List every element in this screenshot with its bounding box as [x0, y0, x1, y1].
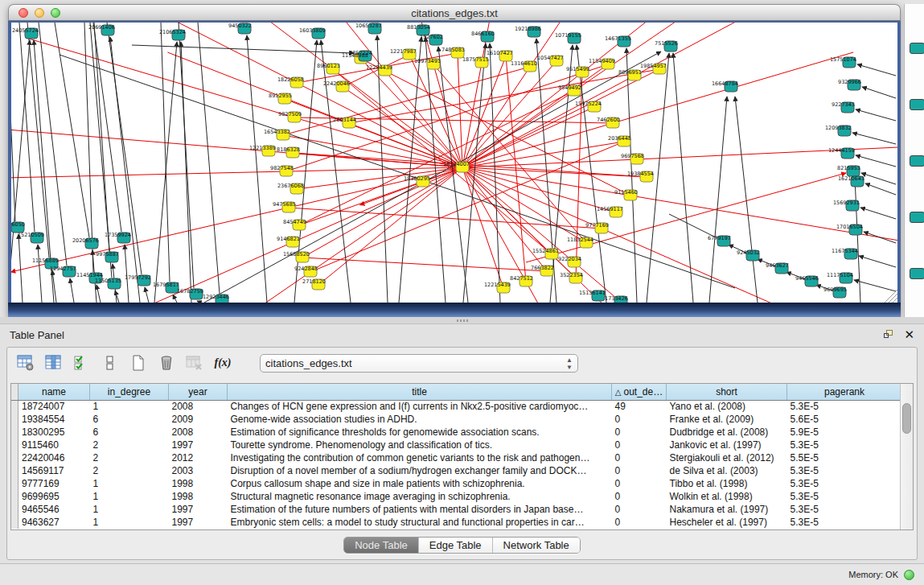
graph-edge[interactable] — [93, 23, 121, 232]
network-canvas[interactable]: 1872400718226058891295598275091654338212… — [11, 23, 897, 303]
graph-edge[interactable] — [299, 91, 574, 225]
splitter-grip[interactable] — [457, 319, 468, 322]
delete-column-icon[interactable] — [156, 352, 177, 373]
graph-node-label: 20206576 — [72, 237, 99, 244]
table-row[interactable]: 977716911998Corpus callosum shape and si… — [11, 477, 902, 490]
table-row[interactable]: 1938455462009Genome-wide association stu… — [11, 413, 902, 426]
graph-node-label: 19384554 — [627, 171, 654, 177]
column-header-title[interactable]: title — [228, 384, 612, 400]
graph-edge[interactable] — [302, 257, 547, 271]
graph-edge[interactable] — [889, 294, 897, 303]
graph-edge[interactable] — [399, 37, 421, 303]
graph-edge[interactable] — [18, 234, 23, 303]
graph-edge[interactable] — [11, 126, 269, 151]
window-titlebar[interactable]: citations_edges.txt — [8, 4, 901, 21]
graph-edge[interactable] — [70, 278, 74, 303]
graph-node-label: 9697568 — [621, 153, 644, 159]
graph-edge[interactable] — [125, 245, 129, 303]
graph-edge[interactable] — [289, 167, 462, 208]
graph-edge[interactable] — [38, 245, 42, 303]
graph-edge[interactable] — [68, 272, 310, 303]
graph-edge[interactable] — [856, 155, 896, 167]
desktop: citations_edges.txt 18724007182260588912… — [0, 0, 924, 585]
graph-edge[interactable] — [854, 280, 896, 291]
table-cell: Franke et al. (2009) — [667, 413, 787, 426]
graph-edge[interactable] — [247, 35, 267, 303]
tab-edge-table[interactable]: Edge Table — [418, 538, 492, 553]
table-cell: 6 — [90, 413, 169, 426]
graph-edge[interactable] — [856, 109, 896, 121]
background-graph-node — [910, 212, 924, 223]
table-row[interactable]: 946554611997Estimation of the future num… — [11, 503, 902, 516]
graph-edge[interactable] — [462, 167, 602, 229]
table-row[interactable]: 1830029562008Estimation of significance … — [11, 426, 902, 439]
graph-node-label: 15975224 — [575, 101, 602, 107]
graph-edge[interactable] — [462, 167, 547, 271]
table-row[interactable]: 969969511998Structural magnetic resonanc… — [11, 490, 902, 503]
graph-edge[interactable] — [857, 64, 896, 76]
graph-edge[interactable] — [181, 42, 191, 303]
graph-edge[interactable] — [864, 232, 896, 243]
table-scrollbar-thumb[interactable] — [902, 403, 911, 434]
graph-edge[interactable] — [173, 295, 177, 303]
graph-edge[interactable] — [855, 178, 860, 303]
graph-edge[interactable] — [27, 23, 49, 257]
function-builder-icon[interactable]: f(x) — [212, 352, 233, 373]
panel-splitter[interactable] — [0, 317, 924, 324]
graph-edge[interactable] — [637, 146, 897, 159]
graph-edge[interactable] — [862, 87, 896, 98]
graph-edge[interactable] — [19, 23, 35, 232]
table-cell: 6 — [90, 426, 169, 439]
graph-node-label: 18300295 — [404, 175, 430, 182]
graph-node-label: 25206050 — [11, 221, 25, 228]
graph-edge[interactable] — [161, 23, 170, 282]
table-mode-icon[interactable] — [15, 352, 36, 373]
graph-edge[interactable] — [97, 285, 101, 303]
close-panel-icon[interactable]: ✕ — [904, 330, 914, 340]
table-row[interactable]: 911546021997Tourette syndrome. Phenomeno… — [11, 439, 902, 451]
column-header-out_de[interactable]: △out_de… — [612, 384, 667, 400]
graph-edge[interactable] — [709, 97, 727, 303]
table-row[interactable]: 1872400712008Changes of HCN gene express… — [11, 400, 902, 413]
table-select-dropdown[interactable]: citations_edges.txt ▲▼ — [260, 354, 578, 373]
graph-edge[interactable] — [132, 45, 354, 53]
column-header-pagerank[interactable]: pagerank — [787, 384, 902, 400]
rows-icon[interactable] — [100, 352, 121, 373]
row-selection-icon[interactable] — [72, 352, 92, 373]
background-graph-node — [910, 268, 924, 279]
graph-edge[interactable] — [673, 53, 693, 303]
window-bottom-bar — [8, 303, 901, 317]
graph-edge[interactable] — [318, 167, 462, 285]
graph-edge[interactable] — [735, 97, 758, 303]
column-header-in_degree[interactable]: in_degree — [90, 384, 169, 400]
tab-node-table[interactable]: Node Table — [344, 538, 418, 553]
table-row[interactable]: 946362711997Embryonic stem cells: a mode… — [11, 516, 902, 529]
graph-node-label: 14569117 — [597, 206, 623, 212]
new-column-icon[interactable] — [128, 352, 149, 373]
table-cell: Tibbo et al. (1998) — [667, 477, 787, 490]
graph-edge[interactable] — [861, 173, 896, 184]
column-header-year[interactable]: year — [169, 384, 228, 400]
graph-edge[interactable] — [145, 287, 149, 303]
table-scrollbar[interactable] — [900, 384, 913, 529]
show-columns-icon[interactable] — [43, 352, 64, 373]
table-row[interactable]: 1456911722003Disruption of a novel membe… — [11, 464, 902, 477]
graph-edge[interactable] — [11, 171, 286, 178]
graph-edge[interactable] — [198, 23, 220, 294]
graph-edge[interactable] — [360, 182, 423, 205]
table-row[interactable]: 2242004622012Investigating the contribut… — [11, 451, 902, 464]
column-header-name[interactable]: name — [18, 384, 90, 400]
column-header-short[interactable]: short — [667, 384, 787, 400]
graph-edge[interactable] — [860, 208, 896, 219]
graph-node-label: 9463627 — [766, 262, 789, 269]
graph-edge[interactable] — [11, 23, 15, 221]
float-panel-icon[interactable] — [884, 330, 894, 340]
graph-edge[interactable] — [462, 91, 574, 167]
graph-edge[interactable] — [859, 256, 896, 267]
graph-node-label: 11832544 — [567, 237, 593, 243]
graph-edge[interactable] — [865, 183, 896, 195]
graph-edge[interactable] — [852, 133, 896, 144]
graph-edge[interactable] — [179, 23, 194, 288]
graph-edge[interactable] — [39, 23, 67, 266]
tab-network-table[interactable]: Network Table — [492, 538, 580, 553]
